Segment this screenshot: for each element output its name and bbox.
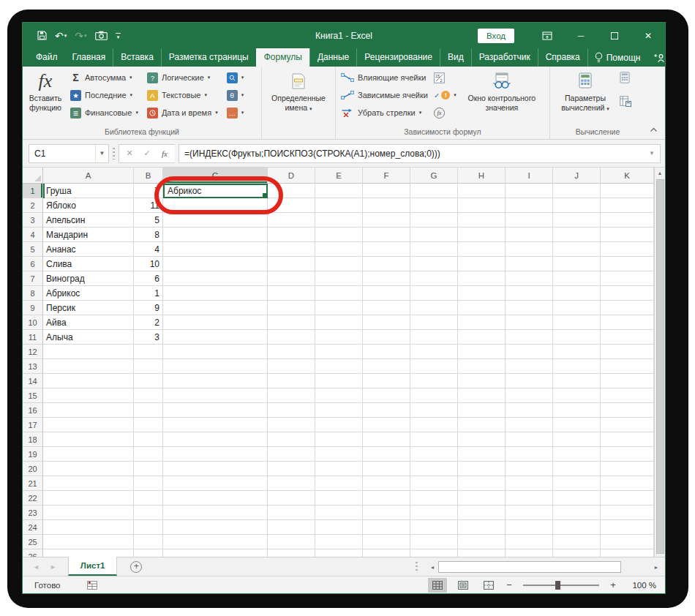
cell-H14[interactable] — [458, 374, 506, 388]
cell-C18[interactable] — [163, 432, 268, 447]
cell-F12[interactable] — [363, 345, 410, 359]
cell-F21[interactable] — [363, 476, 410, 491]
cell-D6[interactable] — [268, 257, 315, 271]
insert-function-button[interactable]: fx Вставить функцию — [25, 69, 66, 113]
cell-E8[interactable] — [315, 286, 363, 301]
cell-J9[interactable] — [553, 301, 601, 315]
cell-J23[interactable] — [553, 506, 601, 520]
cell-D21[interactable] — [268, 476, 315, 491]
cell-K13[interactable] — [601, 359, 654, 374]
cell-I24[interactable] — [506, 520, 553, 535]
cell-C14[interactable] — [163, 374, 268, 388]
column-header-K[interactable]: K — [601, 168, 654, 184]
cell-J2[interactable] — [553, 198, 601, 213]
column-header-A[interactable]: A — [43, 168, 134, 184]
cell-D25[interactable] — [268, 535, 315, 549]
name-box-caret-icon[interactable]: ▼ — [95, 145, 108, 162]
column-header-E[interactable]: E — [315, 168, 363, 184]
cell-K23[interactable] — [601, 506, 654, 520]
cell-K19[interactable] — [601, 447, 654, 462]
cell-C13[interactable] — [163, 359, 268, 374]
cell-H8[interactable] — [458, 286, 506, 301]
cell-J8[interactable] — [553, 286, 601, 301]
tab-insert[interactable]: Вставка — [113, 48, 161, 67]
tab-formulas[interactable]: Формулы — [256, 48, 309, 67]
cell-J24[interactable] — [553, 520, 601, 535]
cell-D9[interactable] — [268, 301, 315, 315]
cell-E4[interactable] — [315, 228, 363, 242]
cell-K20[interactable] — [601, 462, 654, 476]
cell-D12[interactable] — [268, 345, 315, 359]
cell-I19[interactable] — [506, 447, 553, 462]
cell-A1[interactable]: Груша — [43, 184, 134, 198]
cell-E3[interactable] — [315, 213, 363, 228]
show-formulas-button[interactable]: 152 — [434, 69, 457, 86]
cell-C22[interactable] — [163, 491, 268, 506]
cell-I26[interactable] — [506, 549, 553, 557]
cell-H6[interactable] — [458, 257, 506, 271]
calculate-now-button[interactable] — [620, 69, 631, 86]
cell-A8[interactable]: Абрикос — [43, 286, 134, 301]
defined-names-button[interactable]: Определенные имена ▾ — [265, 69, 332, 113]
cell-H7[interactable] — [458, 271, 506, 286]
cell-H18[interactable] — [458, 432, 506, 447]
cell-H3[interactable] — [458, 213, 506, 228]
row-header-11[interactable]: 11 — [23, 330, 43, 345]
cell-G18[interactable] — [410, 432, 458, 447]
cell-C10[interactable] — [163, 315, 268, 330]
cell-F16[interactable] — [363, 403, 410, 418]
logical-button[interactable]: ?Логические▾ — [147, 69, 218, 86]
cell-C9[interactable] — [163, 301, 268, 315]
cell-I3[interactable] — [506, 213, 553, 228]
trace-precedents-button[interactable]: Влияющие ячейки — [341, 69, 428, 86]
horizontal-scroll-thumb[interactable] — [438, 561, 621, 573]
cell-I13[interactable] — [506, 359, 553, 374]
cell-K3[interactable] — [601, 213, 654, 228]
cell-J10[interactable] — [553, 315, 601, 330]
cell-E23[interactable] — [315, 506, 363, 520]
tab-file[interactable]: Файл — [29, 48, 65, 67]
recent-functions-button[interactable]: ★Последние▾ — [70, 86, 138, 104]
cell-C19[interactable] — [163, 447, 268, 462]
cell-G1[interactable] — [410, 184, 458, 198]
cell-H26[interactable] — [458, 549, 506, 557]
cell-B8[interactable]: 1 — [134, 286, 163, 301]
ribbon-display-options-button[interactable] — [530, 23, 564, 48]
tab-page-layout[interactable]: Разметка страницы — [161, 48, 256, 67]
cell-F11[interactable] — [363, 330, 410, 345]
cell-K16[interactable] — [601, 403, 654, 418]
cell-H2[interactable] — [458, 198, 506, 213]
cell-H16[interactable] — [458, 403, 506, 418]
cell-J5[interactable] — [553, 242, 601, 257]
cell-I10[interactable] — [506, 315, 553, 330]
cell-H10[interactable] — [458, 315, 506, 330]
tab-help[interactable]: Справка — [538, 48, 587, 67]
cell-A11[interactable]: Алыча — [43, 330, 134, 345]
cell-E20[interactable] — [315, 462, 363, 476]
cell-I15[interactable] — [506, 388, 553, 403]
new-sheet-button[interactable]: + — [130, 561, 142, 573]
cell-I14[interactable] — [506, 374, 553, 388]
row-header-16[interactable]: 16 — [23, 403, 43, 418]
cell-A25[interactable] — [43, 535, 134, 549]
cell-C25[interactable] — [163, 535, 268, 549]
share-button[interactable]: Поделиться — [647, 53, 666, 63]
cell-C24[interactable] — [163, 520, 268, 535]
cell-H19[interactable] — [458, 447, 506, 462]
cell-E24[interactable] — [315, 520, 363, 535]
cell-D10[interactable] — [268, 315, 315, 330]
cell-J17[interactable] — [553, 418, 601, 432]
cell-F3[interactable] — [363, 213, 410, 228]
cell-D19[interactable] — [268, 447, 315, 462]
cell-I17[interactable] — [506, 418, 553, 432]
tab-scroll-splitter[interactable] — [416, 562, 418, 572]
tab-review[interactable]: Рецензирование — [356, 48, 440, 67]
cell-G12[interactable] — [410, 345, 458, 359]
cell-D26[interactable] — [268, 549, 315, 557]
confirm-entry-button[interactable]: ✓ — [138, 149, 156, 158]
cell-A26[interactable] — [43, 549, 134, 557]
cell-K24[interactable] — [601, 520, 654, 535]
row-header-26[interactable]: 26 — [23, 549, 43, 557]
cell-F14[interactable] — [363, 374, 410, 388]
cell-J14[interactable] — [553, 374, 601, 388]
